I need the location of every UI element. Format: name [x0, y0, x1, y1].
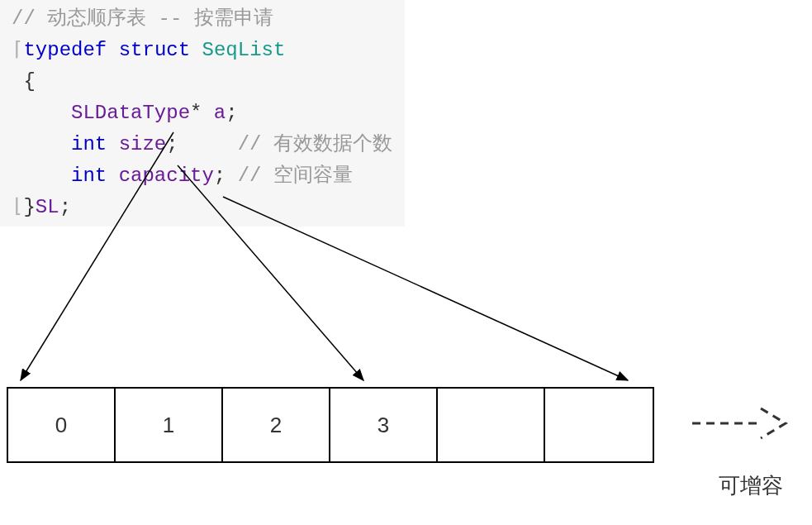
type-ptr: SLDataType [71, 102, 190, 124]
comment-cap: 空间容量 [273, 165, 353, 187]
code-line-2: ⌈typedef struct SeqList [2, 35, 403, 66]
cell-value: 0 [55, 413, 67, 438]
code-line-1: // 动态顺序表 -- 按需申请 [2, 3, 403, 35]
array-cell: 1 [116, 389, 223, 461]
comment-slash-2: // [238, 133, 273, 155]
code-line-6: int capacity; // 空间容量 [2, 160, 403, 192]
comment-slash: // [12, 7, 47, 30]
field-size: size [119, 133, 167, 155]
kw-struct: struct [119, 39, 190, 61]
brace-close: } [23, 196, 35, 218]
code-line-7: ⌊}SL; [2, 192, 403, 223]
semi: ; [226, 102, 237, 124]
cell-value: 3 [378, 413, 389, 438]
code-line-3: { [2, 66, 403, 98]
star: * [190, 102, 202, 124]
dashed-arrow-icon [691, 405, 790, 441]
alias: SL [36, 196, 59, 218]
kw-int2: int [71, 165, 107, 187]
cell-value: 1 [163, 413, 174, 438]
kw-int1: int [71, 133, 107, 155]
field-cap: capacity [119, 165, 214, 187]
comment-slash-3: // [238, 165, 273, 187]
comment-size: 有效数据个数 [273, 133, 392, 155]
array-cell [438, 389, 545, 461]
array-cell [545, 389, 653, 461]
comment-text: 动态顺序表 -- 按需申请 [47, 7, 273, 30]
code-line-5: int size; // 有效数据个数 [2, 129, 403, 160]
code-line-4: SLDataType* a; [2, 98, 403, 129]
array-cell: 0 [8, 389, 116, 461]
field-a: a [214, 102, 226, 124]
cell-value: 2 [270, 413, 282, 438]
struct-name: SeqList [202, 39, 286, 61]
code-block: // 动态顺序表 -- 按需申请 ⌈typedef struct SeqList… [0, 0, 405, 227]
kw-typedef: typedef [23, 39, 107, 61]
brace-open: { [23, 70, 35, 93]
expand-label: 可增容 [719, 471, 783, 500]
array-cell: 3 [330, 389, 438, 461]
array-cell: 2 [223, 389, 330, 461]
array-diagram: 0 1 2 3 [7, 387, 654, 463]
